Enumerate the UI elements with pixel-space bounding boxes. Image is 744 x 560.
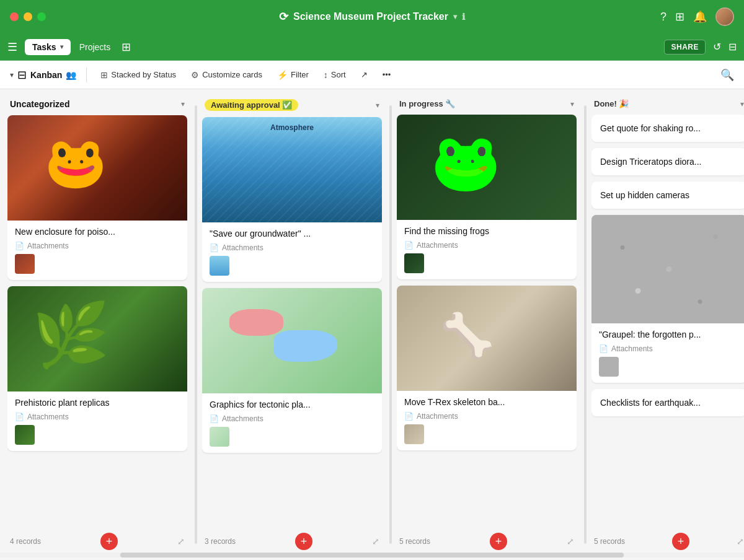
maximize-button[interactable] — [37, 12, 46, 21]
expand-icon[interactable]: ⤢ — [177, 536, 185, 546]
column-separator — [195, 105, 197, 544]
card-tectonic[interactable]: Graphics for tectonic pla... 📄 Attachmen… — [202, 288, 382, 453]
toolbar-divider — [86, 68, 87, 82]
card-meta: 📄 Attachments — [15, 242, 180, 250]
search-icon[interactable]: 🔍 — [720, 69, 734, 81]
column-inprogress: In progress 🔧 ▾ Find the missing frogs 📄… — [397, 99, 577, 550]
column-footer-done: 5 records + ⤢ — [591, 533, 744, 550]
scrollbar-thumb — [120, 553, 624, 558]
card-prehistoric-plant[interactable]: Prehistoric plant replicas 📄 Attachments — [7, 286, 187, 451]
app-logo-icon: ⟳ — [279, 10, 288, 24]
attachment-icon: 📄 — [15, 242, 24, 250]
column-title-uncategorized: Uncategorized — [10, 99, 69, 109]
title-bar: ⟳ Science Museum Project Tracker ▾ ℹ ? ⊞… — [0, 0, 744, 33]
column-collapse-icon[interactable]: ▾ — [570, 100, 574, 108]
card-quote-shaking[interactable]: Get quote for shaking ro... — [591, 115, 744, 142]
toolbar2-right: 🔍 — [720, 68, 734, 82]
title-chevron-icon[interactable]: ▾ — [453, 12, 457, 21]
add-record-button[interactable]: + — [100, 533, 118, 550]
card-thumbnail — [210, 256, 229, 276]
card-body: New enclosure for poiso... 📄 Attachments — [7, 221, 187, 280]
customize-cards-button[interactable]: ⚙ Customize cards — [185, 67, 268, 83]
tasks-button[interactable]: Tasks ▾ — [25, 39, 71, 55]
add-record-button[interactable]: + — [672, 533, 689, 550]
card-thumbnail — [404, 253, 424, 273]
card-meta: 📄 Attachments — [599, 344, 739, 353]
bell-icon[interactable]: 🔔 — [693, 10, 707, 24]
column-collapse-icon[interactable]: ▾ — [740, 100, 744, 108]
help-icon[interactable]: ? — [660, 11, 666, 24]
sort-icon: ↕ — [324, 70, 328, 80]
column-title-group: Uncategorized — [10, 99, 69, 109]
avatar[interactable] — [715, 7, 734, 26]
records-count: 4 records — [10, 537, 41, 546]
expand-icon[interactable]: ⤢ — [372, 536, 379, 546]
card-title: New enclosure for poiso... — [15, 227, 180, 237]
attachment-label: Attachments — [27, 413, 69, 421]
card-graupel[interactable]: "Graupel: the forgotten p... 📄 Attachmen… — [591, 215, 744, 383]
card-image-dinosaur — [397, 286, 577, 391]
kanban-view-group: ▾ ⊟ Kanban 👥 — [10, 68, 76, 82]
card-new-enclosure[interactable]: New enclosure for poiso... 📄 Attachments — [7, 115, 187, 280]
card-body: Move T-Rex skeleton ba... 📄 Attachments — [397, 391, 577, 450]
column-header-awaiting: Awaiting approval ✅ ▾ — [202, 99, 382, 111]
card-title: Design Triceratops diora... — [600, 157, 738, 167]
filter-icon: ⚡ — [277, 70, 288, 80]
column-title-done: Done! 🎉 — [594, 99, 629, 108]
card-body: Find the missing frogs 📄 Attachments — [397, 220, 577, 279]
kanban-group-icon[interactable]: 👥 — [66, 70, 76, 80]
column-collapse-icon[interactable]: ▾ — [376, 101, 379, 110]
title-bar-actions: ? ⊞ 🔔 — [660, 7, 734, 26]
expand-icon[interactable]: ⤢ — [737, 536, 744, 546]
filter-button[interactable]: ⚡ Filter — [271, 67, 315, 83]
add-view-button[interactable]: ⊞ — [119, 40, 133, 54]
grid-icon[interactable]: ⊞ — [675, 10, 684, 24]
card-title: Move T-Rex skeleton ba... — [404, 397, 569, 407]
column-awaiting: Awaiting approval ✅ ▾ Atmosphere "Save o… — [202, 99, 382, 550]
share-button[interactable]: SHARE — [664, 40, 706, 55]
minimize-button[interactable] — [24, 12, 32, 21]
customize-label: Customize cards — [202, 70, 262, 79]
card-hidden-cameras[interactable]: Set up hidden cameras — [591, 182, 744, 209]
add-record-button[interactable]: + — [490, 533, 507, 550]
card-image-yellow-frog — [397, 115, 577, 220]
projects-button[interactable]: Projects — [73, 39, 117, 55]
column-separator — [584, 105, 587, 544]
column-title-group: Done! 🎉 — [594, 99, 629, 108]
attachment-icon: 📄 — [404, 241, 414, 250]
close-button[interactable] — [10, 12, 19, 21]
kanban-collapse-icon[interactable]: ▾ — [10, 71, 14, 79]
attachment-icon: 📄 — [599, 344, 608, 353]
traffic-lights — [10, 12, 46, 21]
card-title: Graphics for tectonic pla... — [210, 400, 374, 409]
card-title: "Graupel: the forgotten p... — [599, 330, 739, 339]
kanban-board: Uncategorized ▾ New enclosure for poiso.… — [0, 89, 744, 560]
title-info-icon[interactable]: ℹ — [462, 12, 465, 22]
card-missing-frogs[interactable]: Find the missing frogs 📄 Attachments — [397, 115, 577, 279]
horizontal-scrollbar[interactable] — [0, 553, 744, 558]
share-view-button[interactable]: ↗ — [355, 67, 374, 82]
column-collapse-icon[interactable]: ▾ — [181, 100, 185, 108]
card-groundwater[interactable]: Atmosphere "Save our groundwater" ... 📄 … — [202, 117, 382, 282]
hamburger-menu-icon[interactable]: ☰ — [7, 40, 17, 54]
add-record-button[interactable]: + — [295, 533, 312, 550]
refresh-icon[interactable]: ↺ — [713, 41, 721, 53]
layout-icon[interactable]: ⊟ — [728, 41, 737, 53]
kanban-label[interactable]: Kanban — [30, 70, 62, 80]
share-view-icon: ↗ — [361, 70, 368, 79]
card-meta: 📄 Attachments — [404, 241, 569, 250]
card-trex[interactable]: Move T-Rex skeleton ba... 📄 Attachments — [397, 286, 577, 450]
expand-icon[interactable]: ⤢ — [567, 536, 574, 546]
column-header-inprogress: In progress 🔧 ▾ — [397, 99, 577, 108]
sort-button[interactable]: ↕ Sort — [317, 67, 352, 83]
more-options-button[interactable]: ••• — [376, 67, 397, 82]
window-title: Science Museum Project Tracker — [293, 11, 448, 22]
column-header-uncategorized: Uncategorized ▾ — [7, 99, 187, 109]
stacked-by-status-button[interactable]: ⊞ Stacked by Status — [94, 67, 182, 83]
card-triceratops[interactable]: Design Triceratops diora... — [591, 148, 744, 175]
records-count: 3 records — [205, 537, 236, 546]
card-image-plant — [7, 286, 187, 392]
attachment-label: Attachments — [222, 414, 264, 423]
card-title: "Save our groundwater" ... — [210, 229, 374, 238]
card-checklists[interactable]: Checklists for earthquak... — [591, 389, 744, 416]
